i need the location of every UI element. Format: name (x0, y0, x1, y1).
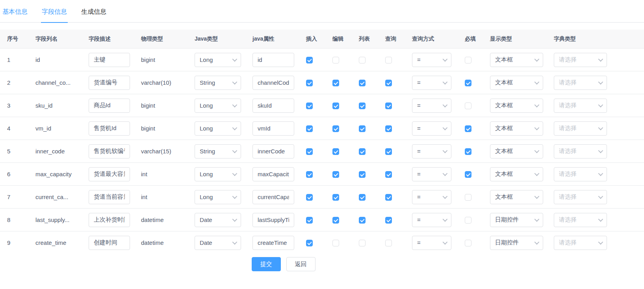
query-checkbox[interactable] (385, 125, 392, 132)
desc-input[interactable] (89, 167, 130, 181)
query-checkbox[interactable] (385, 240, 392, 246)
list-checkbox[interactable] (359, 240, 366, 246)
list-checkbox[interactable] (359, 57, 366, 63)
list-checkbox[interactable] (359, 125, 366, 132)
java-field-input[interactable] (252, 236, 294, 250)
insert-checkbox[interactable] (306, 217, 313, 224)
required-checkbox[interactable] (465, 217, 471, 224)
java-type-select[interactable]: Long (195, 190, 241, 204)
display-type-select[interactable]: 文本框 (490, 121, 543, 136)
dict-type-select[interactable]: 请选择 (554, 53, 607, 67)
dict-type-select[interactable]: 请选择 (554, 121, 607, 136)
insert-checkbox[interactable] (306, 240, 313, 246)
dict-type-select[interactable]: 请选择 (554, 76, 607, 90)
list-checkbox[interactable] (359, 171, 366, 178)
dict-type-select[interactable]: 请选择 (554, 236, 607, 250)
display-type-select[interactable]: 文本框 (490, 76, 543, 90)
desc-input[interactable] (89, 53, 130, 67)
java-type-select[interactable]: Long (195, 121, 241, 136)
edit-checkbox[interactable] (332, 240, 339, 246)
desc-input[interactable] (89, 99, 130, 113)
back-button[interactable]: 返回 (286, 257, 316, 271)
desc-input[interactable] (89, 213, 130, 227)
query-checkbox[interactable] (385, 57, 392, 63)
dict-type-select[interactable]: 请选择 (554, 167, 607, 181)
java-type-select[interactable]: Long (195, 99, 241, 113)
edit-checkbox[interactable] (332, 194, 339, 201)
required-checkbox[interactable] (465, 240, 471, 246)
required-checkbox[interactable] (465, 171, 471, 178)
required-checkbox[interactable] (465, 125, 471, 132)
desc-input[interactable] (89, 190, 130, 204)
java-type-select[interactable]: Date (195, 213, 241, 227)
java-field-input[interactable] (252, 53, 294, 67)
tab-field-info[interactable]: 字段信息 (41, 8, 68, 23)
dict-type-select[interactable]: 请选择 (554, 99, 607, 113)
query-type-select[interactable]: = (412, 213, 451, 227)
query-checkbox[interactable] (385, 103, 392, 109)
desc-input[interactable] (89, 121, 130, 136)
dict-type-select[interactable]: 请选择 (554, 190, 607, 204)
query-checkbox[interactable] (385, 194, 392, 201)
java-type-select[interactable]: String (195, 76, 241, 90)
insert-checkbox[interactable] (306, 194, 313, 201)
insert-checkbox[interactable] (306, 148, 313, 155)
required-checkbox[interactable] (465, 194, 471, 201)
insert-checkbox[interactable] (306, 171, 313, 178)
list-checkbox[interactable] (359, 148, 366, 155)
insert-checkbox[interactable] (306, 57, 313, 63)
insert-checkbox[interactable] (306, 80, 313, 86)
java-field-input[interactable] (252, 167, 294, 181)
submit-button[interactable]: 提交 (252, 257, 281, 271)
required-checkbox[interactable] (465, 103, 471, 109)
query-checkbox[interactable] (385, 148, 392, 155)
query-type-select[interactable]: = (412, 236, 451, 250)
edit-checkbox[interactable] (332, 148, 339, 155)
required-checkbox[interactable] (465, 57, 471, 63)
display-type-select[interactable]: 文本框 (490, 167, 543, 181)
query-checkbox[interactable] (385, 217, 392, 224)
list-checkbox[interactable] (359, 217, 366, 224)
dict-type-select[interactable]: 请选择 (554, 144, 607, 158)
insert-checkbox[interactable] (306, 103, 313, 109)
java-field-input[interactable] (252, 190, 294, 204)
query-type-select[interactable]: = (412, 190, 451, 204)
query-type-select[interactable]: = (412, 167, 451, 181)
edit-checkbox[interactable] (332, 171, 339, 178)
tab-basic-info[interactable]: 基本信息 (2, 8, 28, 23)
desc-input[interactable] (89, 76, 130, 90)
query-type-select[interactable]: = (412, 53, 451, 67)
display-type-select[interactable]: 日期控件 (490, 213, 543, 227)
list-checkbox[interactable] (359, 103, 366, 109)
java-type-select[interactable]: String (195, 144, 241, 158)
query-type-select[interactable]: = (412, 99, 451, 113)
edit-checkbox[interactable] (332, 103, 339, 109)
display-type-select[interactable]: 文本框 (490, 53, 543, 67)
display-type-select[interactable]: 文本框 (490, 144, 543, 158)
edit-checkbox[interactable] (332, 80, 339, 86)
query-checkbox[interactable] (385, 80, 392, 86)
edit-checkbox[interactable] (332, 217, 339, 224)
java-field-input[interactable] (252, 213, 294, 227)
java-field-input[interactable] (252, 99, 294, 113)
tab-generate-info[interactable]: 生成信息 (80, 8, 107, 23)
java-field-input[interactable] (252, 76, 294, 90)
dict-type-select[interactable]: 请选择 (554, 213, 607, 227)
query-type-select[interactable]: = (412, 121, 451, 136)
insert-checkbox[interactable] (306, 125, 313, 132)
edit-checkbox[interactable] (332, 125, 339, 132)
display-type-select[interactable]: 文本框 (490, 190, 543, 204)
query-type-select[interactable]: = (412, 144, 451, 158)
required-checkbox[interactable] (465, 80, 471, 86)
list-checkbox[interactable] (359, 80, 366, 86)
query-checkbox[interactable] (385, 171, 392, 178)
display-type-select[interactable]: 日期控件 (490, 236, 543, 250)
desc-input[interactable] (89, 236, 130, 250)
list-checkbox[interactable] (359, 194, 366, 201)
java-field-input[interactable] (252, 121, 294, 136)
java-type-select[interactable]: Long (195, 53, 241, 67)
query-type-select[interactable]: = (412, 76, 451, 90)
required-checkbox[interactable] (465, 148, 471, 155)
edit-checkbox[interactable] (332, 57, 339, 63)
desc-input[interactable] (89, 144, 130, 158)
